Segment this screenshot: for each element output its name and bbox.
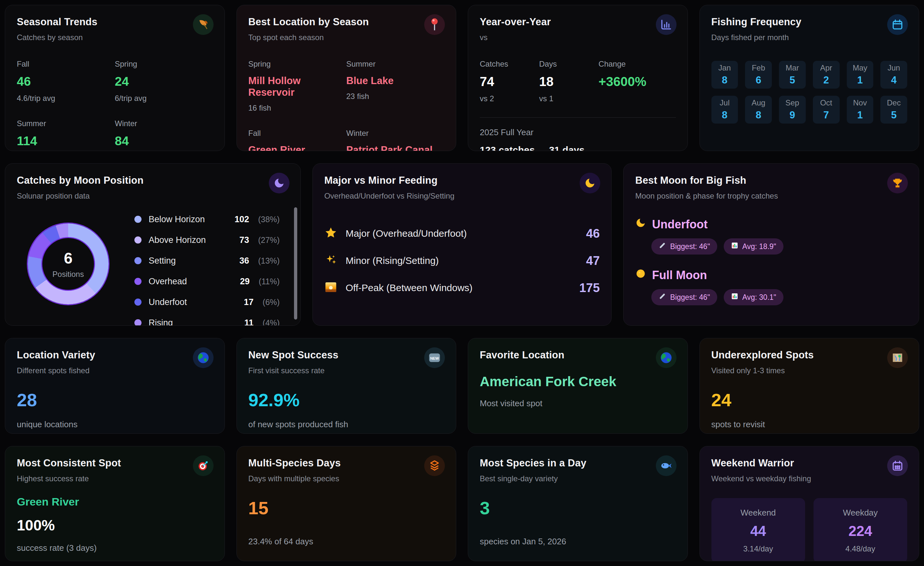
month-label: Oct <box>820 98 832 107</box>
legend-row: Below Horizon 102 (38%) <box>134 209 280 230</box>
month-value: 2 <box>824 74 829 86</box>
card-title: Best Location by Season <box>249 16 444 28</box>
moon-donut-center: 6 Positions <box>42 238 94 290</box>
legend-dot <box>134 236 141 244</box>
month-label: Apr <box>820 63 832 72</box>
card-title: Location Variety <box>17 349 213 361</box>
box-label: Weekend <box>741 508 776 518</box>
stat-caption: spots to revisit <box>711 420 908 429</box>
yoy-value: +3600% <box>598 74 676 89</box>
box-value: 224 <box>848 523 872 539</box>
card-subtitle: Days with multiple species <box>249 474 444 483</box>
card-title: Seasonal Trends <box>17 16 213 28</box>
box-value: 44 <box>750 523 766 539</box>
feeding-value: 175 <box>579 281 600 295</box>
badge-label: Biggest: 46" <box>670 293 710 302</box>
legend-label: Below Horizon <box>148 214 228 224</box>
card-new-spot-success: New Spot Success First visit success rat… <box>237 338 456 434</box>
month-value: 4 <box>891 74 897 86</box>
yoy-value: 74 <box>480 74 539 89</box>
fish-icon <box>656 455 676 476</box>
card-underexplored-spots: Underexplored Spots Visited only 1-3 tim… <box>699 338 920 434</box>
seasonal-stat-summer: Summer 114 5.2/trip avg <box>17 119 115 151</box>
spot-name: Blue Lake <box>346 75 444 87</box>
avg-badge: Avg: 18.9" <box>724 238 783 254</box>
card-weekend-warrior: Weekend Warrior Weekend vs weekday fishi… <box>699 446 920 561</box>
favorite-spot-name: American Fork Creek <box>480 374 676 390</box>
season-label: Spring <box>115 60 213 69</box>
moon-legend: Below Horizon 102 (38%) Above Horizon 73… <box>134 209 280 326</box>
moon-donut-ring: 6 Positions <box>28 223 108 304</box>
month-value: 1 <box>857 109 862 121</box>
group-heading: Underfoot <box>635 217 907 231</box>
season-label: Summer <box>346 60 444 69</box>
best-spot-spring: Spring Mill Hollow Reservoir 16 fish <box>249 60 346 113</box>
full-year-catches: 123 catches <box>480 145 535 151</box>
seasonal-stat-fall: Fall 46 4.6/trip avg <box>17 60 115 103</box>
month-label: Nov <box>853 98 867 107</box>
bar-chart-icon <box>656 14 676 35</box>
month-cell-sep: Sep9 <box>779 96 806 123</box>
month-value: 1 <box>857 74 862 86</box>
feeding-row-minor: Minor (Rising/Setting) 47 <box>324 247 600 274</box>
season-value: 114 <box>17 134 115 148</box>
spot-name: Green River <box>249 144 346 151</box>
legend-scrollbar[interactable] <box>294 207 297 319</box>
legend-label: Underfoot <box>148 297 237 307</box>
card-title: Most Species in a Day <box>480 457 676 469</box>
season-value: 46 <box>17 74 115 89</box>
success-rate-value: 100% <box>17 516 213 534</box>
new-badge-icon: NEW <box>424 347 445 368</box>
ruler-icon <box>658 292 666 302</box>
globe-icon <box>193 347 213 368</box>
sunrise-icon <box>324 281 337 295</box>
card-title: Underexplored Spots <box>711 349 908 361</box>
card-title: Favorite Location <box>480 349 676 361</box>
season-avg: 6/trip avg <box>115 94 213 103</box>
target-icon <box>193 455 213 476</box>
legend-row: Above Horizon 73 (27%) <box>134 230 280 250</box>
yoy-label: Days <box>539 60 598 69</box>
badge-label: Avg: 30.1" <box>742 293 776 302</box>
yoy-columns: Catches 74 vs 2 Days 18 vs 1 Change +360… <box>480 60 676 103</box>
badge-row: Biggest: 46" Avg: 18.9" <box>651 238 907 254</box>
month-value: 8 <box>722 74 727 86</box>
season-label: Winter <box>115 119 213 128</box>
trophy-icon <box>887 173 908 193</box>
month-label: Feb <box>752 63 765 72</box>
card-subtitle: Highest success rate <box>17 474 213 483</box>
badge-label: Avg: 18.9" <box>742 242 776 251</box>
feeding-row-major: Major (Overhead/Underfoot) 46 <box>324 220 600 247</box>
month-label: May <box>853 63 867 72</box>
best-moon-groups: Underfoot Biggest: 46" Avg: 18.9" <box>635 217 907 305</box>
month-value: 9 <box>790 109 795 121</box>
best-moon-group-fullmoon: Full Moon Biggest: 46" Avg: 30.1" <box>635 268 907 305</box>
legend-value: 17 <box>244 297 254 307</box>
season-label: Fall <box>17 60 115 69</box>
legend-label: Overhead <box>148 277 233 286</box>
card-subtitle: First visit success rate <box>249 366 444 375</box>
month-cell-apr: Apr2 <box>813 61 840 89</box>
month-label: Jun <box>888 63 900 72</box>
mini-bar-chart-icon <box>731 292 738 302</box>
fallen-leaf-icon <box>193 14 213 35</box>
month-cell-feb: Feb6 <box>745 61 772 89</box>
feeding-rows: Major (Overhead/Underfoot) 46 Minor (Ris… <box>324 220 600 301</box>
card-subtitle: Overhead/Underfoot vs Rising/Setting <box>324 191 600 200</box>
card-title: Best Moon for Big Fish <box>635 175 907 186</box>
stat-value: 3 <box>480 497 676 518</box>
yoy-days: Days 18 vs 1 <box>539 60 598 103</box>
calendar-icon <box>887 455 908 476</box>
legend-pct: (6%) <box>262 298 280 307</box>
legend-dot <box>134 257 141 264</box>
month-label: Sep <box>785 98 799 107</box>
card-favorite-location: Favorite Location American Fork Creek Mo… <box>468 338 688 434</box>
legend-row: Overhead 29 (11%) <box>134 271 280 292</box>
spot-name: Patriot Park Canal <box>346 144 444 151</box>
month-value: 6 <box>756 74 761 86</box>
feeding-label: Off-Peak (Between Windows) <box>346 282 571 294</box>
feeding-label: Major (Overhead/Underfoot) <box>346 228 578 239</box>
stat-caption: Most visited spot <box>480 399 676 408</box>
crescent-moon-icon <box>635 217 646 231</box>
month-value: 5 <box>891 109 897 121</box>
